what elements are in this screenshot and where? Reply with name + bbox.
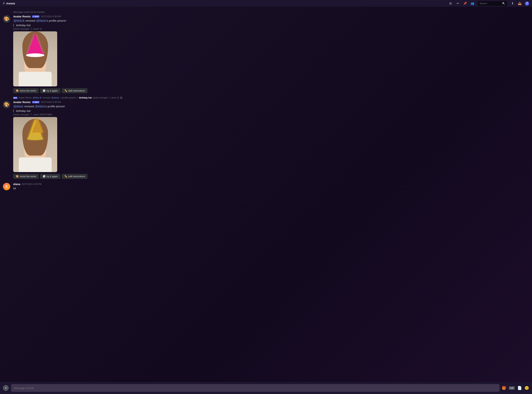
ref-bold: birthday hat (79, 97, 92, 99)
ref-mention-nickb: @Nick B (33, 97, 41, 99)
msg-subtext-2: @elana remixed @elana's profile picture! (13, 104, 529, 108)
blockquote-2: birthday hat (13, 109, 529, 112)
verified-icon-1: ✓ (33, 16, 35, 17)
mention-elana-1[interactable]: @elana (36, 19, 46, 22)
generated-image-2 (13, 117, 57, 172)
try-again-icon-2: 🎲 (43, 175, 46, 178)
bottom-actions: 🎁 GIF 📄 😊 (502, 386, 529, 390)
remix-the-remix-button-2[interactable]: 🎨 remix the remix (13, 174, 39, 179)
sticker-icon[interactable]: 📄 (517, 386, 522, 390)
hash-icon[interactable]: ⊞ (448, 1, 452, 5)
help-icon[interactable]: ? (525, 1, 529, 5)
gen-image-pink-hat (13, 31, 57, 86)
bottom-bar: + 🎁 GIF 📄 😊 (0, 382, 532, 394)
gif-icon[interactable]: GIF (509, 386, 515, 390)
search-bar[interactable]: 🔍 (478, 1, 507, 6)
message-group-elana: E elana 02/27/2023 4:39 PM lol (0, 182, 532, 191)
members-icon[interactable]: 👥 (471, 1, 474, 5)
title-bar-actions: ⊞ ✏ 📌 👥 🔍 ⬇ 📥 ? (448, 1, 529, 6)
bot-small-badge: BOT (13, 97, 17, 99)
avatar-1: 🎨 (3, 15, 10, 23)
edit-instructions-button-1[interactable]: ✏️ edit instructions (62, 88, 87, 93)
try-again-icon-1: 🎲 (43, 89, 46, 92)
mention-nickb-1[interactable]: @Nick B (13, 19, 25, 22)
ref-action: remixed (42, 97, 51, 99)
edit-icon-1: ✏️ (64, 89, 67, 92)
ref-suffix: 's profile picture! > (60, 97, 78, 99)
sweater-1 (19, 72, 52, 86)
avatar-elana: E (3, 183, 10, 190)
msg-author-elana[interactable]: elana (13, 182, 20, 186)
channel-name: #remix (6, 2, 15, 5)
remix-the-remix-button-1[interactable]: 🎨 remix the remix (13, 88, 39, 93)
channel-icon: # (3, 1, 5, 5)
chat-area: Message could not be loaded. 🎨 Avatar Re… (0, 7, 532, 382)
action-buttons-2: 🎨 remix the remix 🎲 try it again ✏️ edit… (13, 174, 529, 179)
edit-icon[interactable]: ✏ (456, 1, 460, 5)
ref-image-icon: 🖼 (120, 97, 122, 99)
remix-strength-2: (remix strength: 7, seed: 845797465) (13, 113, 529, 116)
avatar-2: 🎨 (3, 101, 10, 108)
message-group-2: 🎨 Avatar Remix ✓ BOT 02/27/2023 4:39 PM … (0, 100, 532, 181)
system-message-text: Message could not be loaded. (13, 11, 45, 13)
title-bar: # #remix ⊞ ✏ 📌 👥 🔍 ⬇ 📥 ? (0, 0, 532, 7)
mention-elana-3[interactable]: @elana (35, 105, 45, 108)
msg-content-2: Avatar Remix ✓ BOT 02/27/2023 4:39 PM @e… (13, 100, 529, 180)
sweater-2 (19, 157, 52, 172)
msg-content-1: Avatar Remix ✓ BOT 02/27/2023 4:38 PM @N… (13, 15, 529, 95)
msg-subtext-1: @Nick B remixed @elana's profile picture… (13, 19, 529, 23)
msg-header-1: Avatar Remix ✓ BOT 02/27/2023 4:38 PM (13, 15, 529, 18)
ref-italic: (remix strength: 7, seed: 0) (93, 97, 119, 99)
search-icon: 🔍 (502, 2, 505, 5)
emoji-icon[interactable]: 😊 (524, 386, 529, 390)
message-input[interactable] (11, 384, 500, 392)
try-again-button-2[interactable]: 🎲 try it again (40, 174, 60, 179)
msg-timestamp-elana: 02/27/2023 4:39 PM (22, 183, 41, 186)
system-message: Message could not be loaded. (0, 10, 532, 14)
msg-author-1[interactable]: Avatar Remix (13, 15, 31, 18)
blockquote-1: birthday hat (13, 24, 529, 27)
search-input[interactable] (480, 2, 501, 5)
gift-icon[interactable]: 🎁 (502, 386, 506, 390)
msg-text-elana: lol (13, 186, 529, 190)
hat-brim-1 (26, 53, 44, 57)
add-button[interactable]: + (3, 385, 9, 391)
bot-badge-2: ✓ BOT (32, 101, 39, 103)
mention-elana-2[interactable]: @elana (13, 105, 23, 108)
msg-timestamp-2: 02/27/2023 4:39 PM (41, 101, 61, 104)
avatar-elana-letter: E (5, 185, 8, 189)
party-hat-golden-2 (32, 118, 43, 133)
pin-icon[interactable]: 📌 (463, 1, 467, 5)
inbox-icon[interactable]: 📥 (518, 1, 522, 5)
msg-header-elana: elana 02/27/2023 4:39 PM (13, 182, 529, 186)
generated-image-1 (13, 31, 57, 86)
party-hat-pink (27, 33, 43, 55)
gen-image-golden-hat (13, 117, 57, 172)
try-again-button-1[interactable]: 🎲 try it again (40, 88, 60, 93)
ref-author: Avatar Remix (19, 97, 32, 99)
remix-strength-1: (remix strength: 7, seed: 0) (13, 27, 529, 30)
msg-content-elana: elana 02/27/2023 4:39 PM lol (13, 182, 529, 190)
msg-header-2: Avatar Remix ✓ BOT 02/27/2023 4:39 PM (13, 100, 529, 104)
remix-icon-2: 🎨 (16, 175, 19, 178)
edit-icon-2: ✏️ (64, 175, 67, 178)
download-icon[interactable]: ⬇ (510, 1, 514, 5)
action-buttons-1: 🎨 remix the remix 🎲 try it again ✏️ edit… (13, 88, 529, 93)
msg-timestamp-1: 02/27/2023 4:38 PM (41, 15, 61, 18)
message-group-1: 🎨 Avatar Remix ✓ BOT 02/27/2023 4:38 PM … (0, 14, 532, 95)
hat-brim-2 (27, 137, 43, 140)
remix-icon-1: 🎨 (16, 89, 19, 92)
bot-badge-1: ✓ BOT (32, 16, 39, 18)
msg-author-2[interactable]: Avatar Remix (13, 100, 31, 104)
ref-mention-elana: @elana (51, 97, 59, 99)
edit-instructions-button-2[interactable]: ✏️ edit instructions (62, 174, 87, 179)
verified-icon-2: ✓ (33, 101, 35, 103)
ref-row-1: BOT Avatar Remix @Nick B remixed @elana … (0, 96, 532, 99)
